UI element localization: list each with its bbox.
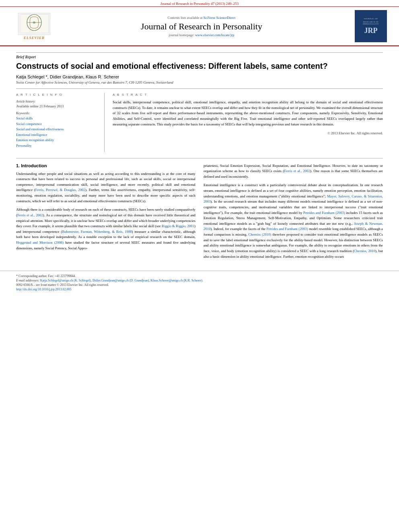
article-content: Brief Report Constructs of social and em…	[0, 46, 399, 269]
article-info-col: A R T I C L E I N F O Article history: A…	[16, 93, 105, 152]
keyword-6: Personality	[16, 143, 98, 149]
keyword-2: Social competence	[16, 121, 98, 127]
article-history-value: Available online 21 February 2013	[16, 104, 98, 108]
journal-header: ELSEVIER Contents lists available at Sci…	[0, 7, 399, 46]
footer-left: * Corresponding author. Fax: +41 2237998…	[16, 274, 383, 292]
article-body: 1. Introduction Understanding other peop…	[16, 158, 383, 263]
article-title: Constructs of social and emotional effec…	[16, 61, 383, 71]
body-right-paragraph-1: priateness, Social Emotion Expression, S…	[204, 163, 383, 180]
body-paragraph-1: Understanding other people and social si…	[16, 171, 195, 204]
abstract-text: Social skills, interpersonal competence,…	[113, 100, 383, 127]
body-right-paragraph-2: Emotional intelligence is a construct wi…	[204, 183, 383, 259]
body-right-col: priateness, Social Emotion Expression, S…	[204, 163, 383, 263]
elsevier-logo: ELSEVIER	[12, 13, 56, 40]
elsevier-wordmark: ELSEVIER	[24, 36, 45, 40]
keyword-5: Emotion recognition ability	[16, 138, 98, 143]
journal-title: Journal of Research in Personality	[56, 21, 347, 32]
abstract-col: A B S T R A C T Social skills, interpers…	[113, 93, 383, 152]
journal-citation: Journal of Research in Personality 47 (2…	[160, 2, 239, 6]
keywords-list: Social skills Social competence Social a…	[16, 116, 98, 149]
article-footer: * Corresponding author. Fax: +41 2237998…	[0, 271, 399, 295]
article-type-label: Brief Report	[16, 52, 383, 59]
svg-point-3	[33, 21, 35, 24]
abstract-header: A B S T R A C T	[113, 93, 383, 97]
journal-logo-box: JOURNAL OF RESEARCH IN PERSONALITY JRP	[355, 10, 387, 42]
elsevier-logo-area: ELSEVIER	[12, 13, 56, 40]
body-left-col: 1. Introduction Understanding other peop…	[16, 163, 195, 263]
homepage-url[interactable]: www.elsevier.com/locate/jrp	[195, 33, 234, 37]
keyword-4: Emotional intelligence	[16, 132, 98, 138]
article-history-label: Article history:	[16, 100, 98, 103]
keywords-section: Keywords: Social skills Social competenc…	[16, 111, 98, 149]
svg-rect-0	[20, 14, 49, 33]
journal-logo-area: JOURNAL OF RESEARCH IN PERSONALITY JRP	[347, 10, 387, 42]
keywords-label: Keywords:	[16, 111, 98, 115]
affiliation-line: Swiss Center for Affective Sciences, Uni…	[16, 80, 383, 84]
page: Journal of Research in Personality 47 (2…	[0, 0, 399, 532]
journal-homepage: journal homepage: www.elsevier.com/locat…	[56, 33, 347, 37]
info-abstract-section: A R T I C L E I N F O Article history: A…	[16, 88, 383, 152]
keyword-1: Social skills	[16, 116, 98, 121]
article-history-section: Article history: Available online 21 Feb…	[16, 100, 98, 108]
keyword-3: Social and emotional effectiveness	[16, 127, 98, 132]
footnote-star: * Corresponding author. Fax: +41 2237998…	[16, 274, 383, 278]
section1-title: 1. Introduction	[16, 163, 195, 168]
article-info-header: A R T I C L E I N F O	[16, 93, 98, 97]
sciverse-link[interactable]: SciVerse ScienceDirect	[204, 16, 236, 20]
footer-doi[interactable]: http://dx.doi.org/10.1016/j.jrp.2013.02.…	[16, 288, 383, 291]
sciverse-line: Contents lists available at SciVerse Sci…	[56, 16, 347, 20]
elsevier-graphic	[18, 13, 50, 35]
journal-center-header: Contents lists available at SciVerse Sci…	[56, 16, 347, 37]
footer-issn: 0092-6566/$ – see front matter © 2013 El…	[16, 283, 383, 287]
authors-line: Katja Schlegel *, Didier Grandjean, Klau…	[16, 74, 383, 79]
top-bar: Journal of Research in Personality 47 (2…	[0, 0, 399, 7]
body-paragraph-2: Although there is a considerable body of…	[16, 207, 195, 251]
copyright-line: © 2013 Elsevier Inc. All rights reserved…	[113, 129, 383, 135]
footnote-emails: E-mail addresses: Katja.Schlegel@unige.c…	[16, 279, 383, 282]
